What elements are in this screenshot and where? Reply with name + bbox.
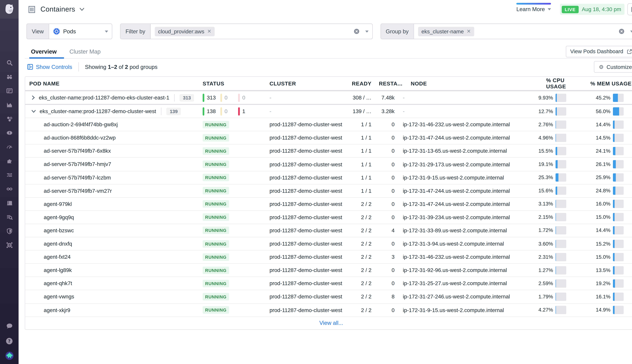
pod-name[interactable]: agent-xkjr9 (29, 304, 70, 316)
row-menu-kebab-icon[interactable] (631, 226, 632, 234)
logs-icon[interactable] (4, 170, 14, 180)
view-selector[interactable]: View Pods (26, 24, 112, 39)
col-cpu-usage[interactable]: % CPU USAGE (546, 77, 584, 90)
integrations-puzzle-icon[interactable] (4, 156, 14, 166)
pod-name[interactable]: agent-9gq9q (29, 211, 74, 224)
help-icon[interactable]: ? (4, 336, 14, 346)
pod-row[interactable]: agent-xkjr9 RUNNING prod-11287-demo-clus… (25, 303, 632, 316)
pod-group-row[interactable]: eks_cluster-name:prod-11287-demo-eks-clu… (25, 90, 632, 104)
group-caret-icon[interactable] (630, 30, 632, 32)
row-menu-kebab-icon[interactable] (631, 160, 632, 168)
pod-row[interactable]: agent-dnxfq RUNNING prod-11287-demo-clus… (25, 237, 632, 250)
pod-row[interactable]: ad-auction-2-694f4f74bb-gw8xj RUNNING pr… (25, 118, 632, 131)
ci-pipelines-icon[interactable] (4, 184, 14, 194)
pod-row[interactable]: ad-auction-868f6b8ddc-vz2wp RUNNING prod… (25, 131, 632, 144)
row-menu-kebab-icon[interactable] (631, 306, 632, 314)
col-node[interactable]: NODE (406, 80, 546, 86)
monitors-icon[interactable] (4, 128, 14, 138)
pod-row[interactable]: ad-server-57b7f49fb7-hmjv7 RUNNING prod-… (25, 158, 632, 171)
pod-name[interactable]: ad-server-57b7f49fb7-lczbm (29, 171, 111, 184)
filter-caret-icon[interactable] (365, 30, 368, 32)
pod-row[interactable]: agent-bzswc RUNNING prod-11287-demo-clus… (25, 224, 632, 237)
row-menu-kebab-icon[interactable] (631, 240, 632, 248)
filter-tag[interactable]: cloud_provider:aws ✕ (155, 27, 215, 36)
notebooks-icon[interactable] (4, 198, 14, 208)
pod-name[interactable]: agent-dnxfq (29, 237, 72, 250)
filter-tag-remove-icon[interactable]: ✕ (207, 28, 211, 34)
title-chevron-down-icon[interactable] (80, 8, 85, 11)
datadog-logo[interactable] (0, 0, 18, 18)
filter-by-input[interactable]: Filter by cloud_provider:aws ✕ (120, 24, 372, 39)
pod-row[interactable]: ad-server-57b7f49fb7-vm27r RUNNING prod-… (25, 184, 632, 197)
pod-group-name[interactable]: eks_cluster-name:prod-11287-demo-cluster… (40, 108, 156, 114)
row-menu-kebab-icon[interactable] (631, 174, 632, 182)
row-menu-kebab-icon[interactable] (631, 213, 632, 221)
security-shield-icon[interactable] (4, 226, 14, 236)
pod-group-name[interactable]: eks_cluster-name:prod-11287-demo-eks-clu… (39, 94, 170, 101)
pod-row[interactable]: ad-server-57b7f49fb7-lczbm RUNNING prod-… (25, 170, 632, 184)
col-restarts[interactable]: RESTA... (375, 80, 406, 86)
chevron-down-icon[interactable] (31, 110, 36, 113)
pod-row[interactable]: agent-fxt24 RUNNING prod-11287-demo-clus… (25, 250, 632, 264)
pod-row[interactable]: agent-9gq9q RUNNING prod-11287-demo-clus… (25, 210, 632, 224)
log-pipelines-icon[interactable] (4, 212, 14, 222)
tab-cluster-map[interactable]: Cluster Map (70, 44, 100, 58)
apm-gauge-icon[interactable] (4, 142, 14, 152)
row-menu-kebab-icon[interactable] (631, 292, 632, 301)
show-controls-button[interactable]: Show Controls (27, 64, 72, 70)
pod-name[interactable]: ad-server-57b7f49fb7-6x8kx (29, 144, 111, 158)
row-menu-kebab-icon[interactable] (631, 200, 632, 208)
row-menu-kebab-icon[interactable] (631, 253, 632, 261)
row-menu-kebab-icon[interactable] (631, 266, 632, 274)
pod-group-row[interactable]: eks_cluster-name:prod-11287-demo-cluster… (25, 104, 632, 118)
pod-row[interactable]: ad-server-57b7f49fb7-6x8kx RUNNING prod-… (25, 144, 632, 158)
pod-name[interactable]: agent-979kl (29, 198, 72, 210)
row-menu-kebab-icon[interactable] (631, 134, 632, 142)
network-icon[interactable] (4, 240, 14, 250)
watchdog-icon[interactable] (4, 72, 14, 82)
tab-overview[interactable]: Overview (31, 44, 57, 58)
group-by-input[interactable]: Group by eks_cluster-name ✕ (380, 24, 632, 39)
pod-name[interactable]: agent-bzswc (29, 224, 74, 237)
learn-more-button[interactable]: Learn More (516, 0, 551, 18)
group-tag[interactable]: eks_cluster-name ✕ (418, 27, 474, 36)
pod-name[interactable]: ad-server-57b7f49fb7-vm27r (29, 184, 112, 197)
customize-button[interactable]: ⚙ Customize (594, 61, 632, 72)
row-menu-kebab-icon[interactable] (631, 120, 632, 129)
search-icon[interactable] (4, 58, 14, 68)
showing-summary: Showing 1–2 of 2 pod groups (85, 64, 158, 70)
view-all-link[interactable]: View all... (319, 320, 343, 326)
pod-name[interactable]: agent-fxt24 (29, 250, 71, 264)
metrics-icon[interactable] (4, 100, 14, 110)
col-cluster[interactable]: CLUSTER (264, 80, 349, 86)
pod-row[interactable]: agent-lg89k RUNNING prod-11287-demo-clus… (25, 264, 632, 277)
row-menu-kebab-icon[interactable] (631, 147, 632, 155)
pod-name[interactable]: ad-server-57b7f49fb7-hmjv7 (29, 158, 111, 171)
col-status[interactable]: STATUS (198, 80, 264, 86)
pause-button[interactable] (627, 3, 632, 15)
filter-clear-icon[interactable] (354, 28, 359, 34)
col-pod-name[interactable]: POD NAME (25, 80, 198, 86)
chat-feedback-icon[interactable] (4, 321, 14, 331)
col-ready[interactable]: READY (349, 80, 375, 86)
group-clear-icon[interactable] (619, 28, 624, 34)
dashboards-icon[interactable] (4, 86, 14, 96)
infrastructure-icon[interactable] (4, 114, 14, 124)
datadog-assistant-alien-icon[interactable] (4, 351, 14, 361)
col-mem-usage[interactable]: % MEM USAGE (584, 80, 632, 86)
chevron-right-icon[interactable] (31, 95, 35, 100)
view-pods-dashboard-button[interactable]: View Pods Dashboard (566, 46, 632, 57)
pod-row[interactable]: agent-vwngs RUNNING prod-11287-demo-clus… (25, 290, 632, 303)
pod-name[interactable]: ad-auction-2-694f4f74bb-gw8xj (29, 118, 118, 131)
row-menu-kebab-icon[interactable] (631, 279, 632, 288)
pod-name[interactable]: agent-qhk7t (29, 277, 72, 290)
live-time-selector[interactable]: LIVE Aug 18, 4:30 pm (560, 4, 624, 15)
group-tag-remove-icon[interactable]: ✕ (467, 28, 471, 34)
row-menu-kebab-icon[interactable] (631, 187, 632, 195)
pod-row[interactable]: agent-qhk7t RUNNING prod-11287-demo-clus… (25, 277, 632, 290)
pod-name[interactable]: ad-auction-868f6b8ddc-vz2wp (29, 131, 116, 144)
pod-row[interactable]: agent-979kl RUNNING prod-11287-demo-clus… (25, 197, 632, 210)
node-cell: ip-172-31-27-246.us-west-2.compute.inter… (398, 294, 538, 300)
pod-name[interactable]: agent-vwngs (29, 290, 74, 303)
pod-name[interactable]: agent-lg89k (29, 264, 72, 277)
